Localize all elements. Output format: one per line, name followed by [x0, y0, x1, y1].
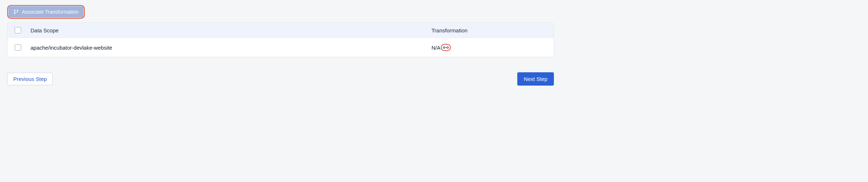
select-all-checkbox[interactable]: [15, 27, 21, 33]
row-data-scope: apache/incubator-devlake-website: [31, 45, 431, 51]
header-data-scope: Data Scope: [31, 27, 431, 33]
select-all-cell: [15, 27, 31, 33]
svg-point-3: [443, 47, 445, 49]
svg-point-2: [14, 13, 15, 14]
associate-transformation-button[interactable]: Associate Transformation: [8, 6, 84, 18]
row-checkbox[interactable]: [15, 44, 21, 51]
associate-transformation-highlight: Associate Transformation: [7, 5, 85, 19]
next-step-button[interactable]: Next Step: [517, 72, 554, 86]
associate-transformation-label: Associate Transformation: [22, 9, 79, 15]
link-icon[interactable]: [443, 45, 449, 50]
svg-point-1: [17, 10, 18, 11]
table-row: apache/incubator-devlake-website N/A: [8, 38, 554, 57]
svg-point-0: [14, 10, 15, 11]
footer: Previous Step Next Step: [7, 72, 554, 86]
svg-point-4: [447, 47, 449, 49]
data-scope-table: Data Scope Transformation apache/incubat…: [7, 22, 554, 57]
header-transformation: Transformation: [431, 27, 546, 33]
row-checkbox-cell: [15, 44, 31, 51]
table-header: Data Scope Transformation: [8, 23, 554, 38]
previous-step-button[interactable]: Previous Step: [7, 73, 53, 85]
row-transformation-cell: N/A: [431, 44, 546, 51]
edit-transformation-highlight: [441, 44, 451, 51]
row-transformation-value: N/A: [431, 45, 440, 51]
branch-icon: [13, 9, 19, 15]
